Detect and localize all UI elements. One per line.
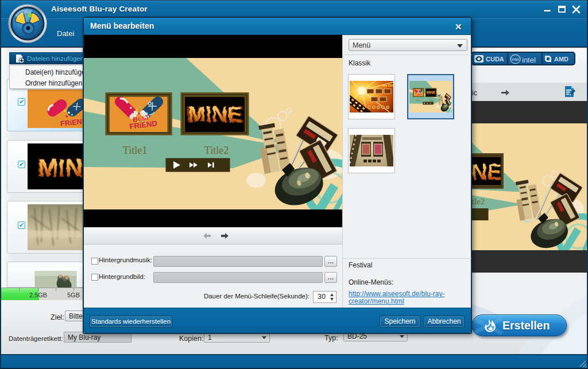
svg-text:INE: INE <box>471 160 502 184</box>
svg-text:Title1: Title1 <box>123 145 147 156</box>
svg-text:Title2: Title2 <box>471 197 485 206</box>
svg-text:MIN: MIN <box>38 154 83 181</box>
svg-text:MINE: MINE <box>188 103 242 126</box>
svg-text:Title2: Title2 <box>204 145 229 156</box>
svg-text:My DVD: My DVD <box>382 84 393 87</box>
svg-text:intel: intel <box>512 57 519 61</box>
